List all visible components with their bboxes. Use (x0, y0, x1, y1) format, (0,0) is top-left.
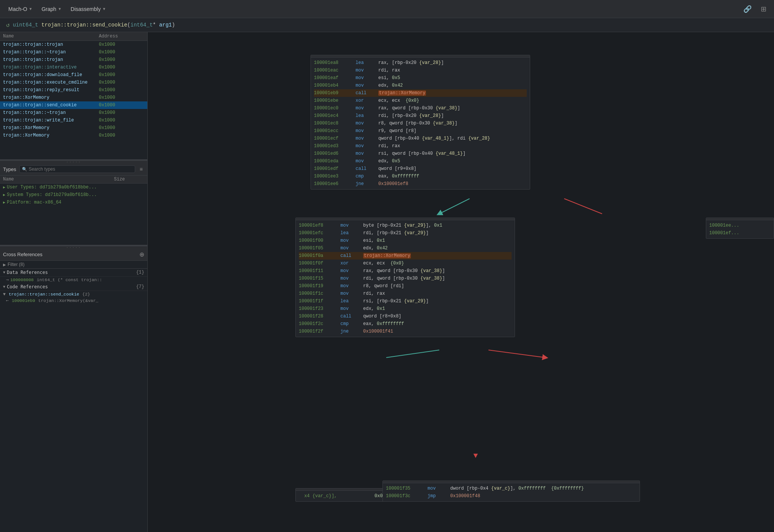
function-item-addr: 0x1000 (99, 87, 144, 93)
xref-code-context: trojan::XorMemory(&var_ (38, 298, 98, 303)
svg-line-3 (488, 350, 545, 358)
function-list-item[interactable]: trojan::trojan::download_file0x1000 (0, 71, 147, 79)
xref-content: ▼ Data References {1} → 100008008 int64_… (0, 269, 147, 532)
asm-addr: 100001ecf (314, 135, 356, 142)
asm-mnem: mov (356, 105, 378, 112)
asm-row: 100001eb4movedx, 0x42 (314, 82, 527, 89)
asm-row: 100001f15movrdi, qword [rbp-0x30 {var_38… (299, 275, 512, 282)
asm-row: 100001ef... (709, 229, 771, 237)
asm-row: 100001eccmovr9, qword [r8] (314, 127, 527, 135)
xref-pin-button[interactable]: ⊕ (139, 251, 144, 258)
asm-block-middle[interactable]: 100001ef8movbyte [rbp-0x21 {var_29}], 0x… (295, 218, 515, 337)
asm-row: 100001f11movrax, qword [rbp-0x30 {var_38… (299, 267, 512, 275)
function-list-item[interactable]: trojan::trojan::trojan0x1000 (0, 41, 147, 48)
asm-op: 0x100001ef8 (378, 180, 527, 187)
red-arrow-down-icon: ▼ (473, 451, 478, 460)
xref-code-refs-label: Code References (7, 284, 48, 289)
asm-mnem: call (356, 90, 378, 96)
function-list-item[interactable]: trojan::trojan::reply_result0x1000 (0, 86, 147, 94)
types-user-types-group[interactable]: ▶ User Types: dd71b279a0bf618bbe... (0, 184, 147, 191)
asm-block-far-right[interactable]: 100001ee... 100001ef... (706, 218, 774, 239)
asm-op: edx, 0x1 (363, 305, 512, 312)
disassembly-menu-button[interactable]: Disassembly ▼ (67, 5, 110, 14)
asm-block-bottom-right[interactable]: 100001f35movdword [rbp-0x4 {var_c}], 0xf… (382, 481, 640, 502)
function-list-item[interactable]: trojan::trojan::~trojan0x1000 (0, 48, 147, 56)
xref-header: Cross References ⊕ (0, 249, 147, 261)
types-platform-group[interactable]: ▶ Platform: mac-x86_64 (0, 199, 147, 206)
asm-addr: 100001f35 (386, 485, 428, 492)
function-list-item[interactable]: trojan::trojan::execute_cmdline0x1000 (0, 79, 147, 86)
types-size-header: Size (114, 177, 144, 182)
asm-op: edx, 0x5 (378, 158, 527, 165)
functions-list-header: Name Address (0, 32, 147, 41)
asm-row-highlighted-2: 100001f0acalltrojan::XorMemory (299, 252, 512, 260)
function-list-item[interactable]: trojan::trojan::send_cookie0x1000 (0, 101, 147, 109)
asm-mnem: mov (340, 290, 363, 297)
functions-list[interactable]: Name Address trojan::trojan::trojan0x100… (0, 32, 147, 161)
chevron-down-icon: ▶ (3, 263, 6, 267)
function-list-item[interactable]: trojan::trojan::write_file0x1000 (0, 117, 147, 124)
asm-op: byte [rbp-0x21 {var_29}], 0x1 (363, 222, 512, 229)
xref-code-item-1[interactable]: ▼ trojan::trojan::send_cookie {2} (0, 291, 147, 297)
xref-func-name: trojan::trojan::send_cookie (9, 292, 79, 297)
asm-block-bottom-left[interactable]: x4 {var_c}],0x0 (295, 488, 386, 502)
function-list-item[interactable]: trojan::XorMemory0x1000 (0, 94, 147, 101)
function-item-name: trojan::trojan::~trojan (3, 50, 99, 55)
xref-data-refs-header[interactable]: ▼ Data References {1} (0, 269, 147, 277)
xref-data-refs-label: Data References (7, 270, 48, 275)
graph-menu-button[interactable]: Graph ▼ (38, 5, 66, 14)
xref-data-item-1[interactable]: → 100008008 int64_t (* const trojan:: (0, 277, 147, 283)
asm-block-top[interactable]: 100001ea8learax, [rbp-0x20 {var_28}] 100… (311, 55, 530, 190)
main-layout: Name Address trojan::trojan::trojan0x100… (0, 32, 774, 532)
asm-addr: x4 {var_c}], (299, 493, 352, 499)
types-menu-button[interactable]: ≡ (138, 165, 144, 173)
asm-addr: 100001f0a (299, 252, 340, 259)
types-system-types-label: System Types: dd71b279a0bf618b... (7, 192, 97, 198)
function-item-addr: 0x1000 (99, 110, 144, 115)
macho-menu-button[interactable]: Mach-O ▼ (5, 5, 36, 14)
asm-block-inner-5: 100001ee... 100001ef... (706, 220, 774, 238)
graph-canvas[interactable]: 100001ea8learax, [rbp-0x20 {var_28}] 100… (148, 32, 774, 532)
asm-row: 100001ec0movrax, qword [rbp-0x30 {var_38… (314, 104, 527, 112)
function-list-item[interactable]: trojan::XorMemory0x1000 (0, 132, 147, 139)
asm-op: eax, 0xffffffff (378, 173, 527, 180)
xref-filter-label: Filter (8) (8, 262, 25, 267)
asm-op: rax, [rbp-0x20 {var_28}] (378, 59, 527, 66)
asm-row: 100001edamovedx, 0x5 (314, 157, 527, 165)
function-list-item[interactable]: trojan::trojan::trojan0x1000 (0, 56, 147, 64)
grid-icon-button[interactable]: ⊞ (758, 3, 769, 15)
asm-op: rax, qword [rbp-0x30 {var_38}] (378, 105, 527, 112)
asm-addr: 100001f1f (299, 298, 340, 305)
asm-op: 0x100001f41 (363, 328, 512, 335)
function-item-name: trojan::trojan::trojan (3, 57, 99, 62)
asm-addr: 100001ee6 (314, 180, 356, 187)
link-icon-button[interactable]: 🔗 (740, 3, 755, 15)
asm-mnem: call (340, 252, 363, 259)
types-system-types-group[interactable]: ▶ System Types: dd71b279a0bf618b... (0, 191, 147, 199)
disassembly-chevron-icon: ▼ (102, 7, 106, 11)
types-search-box[interactable]: 🔍 (19, 165, 135, 173)
graph-label: Graph (42, 6, 56, 12)
xref-code-item-2[interactable]: ← 100001eb9 trojan::XorMemory(&var_ (0, 297, 147, 304)
function-list-item[interactable]: trojan::trojan::interactive0x1000 (0, 64, 147, 71)
asm-op: ecx, ecx {0x0} (378, 97, 527, 104)
function-item-addr: 0x1000 (99, 80, 144, 85)
xref-data-addr: 100008008 (10, 277, 34, 282)
asm-block-inner-3: x4 {var_c}],0x0 (296, 491, 386, 501)
types-title: Types (3, 166, 16, 172)
asm-op: qword [r9+0x8] (378, 165, 527, 172)
asm-row: x4 {var_c}],0x0 (299, 492, 383, 500)
asm-row: 100001f1flearsi, [rbp-0x21 {var_29}] (299, 297, 512, 305)
xref-filter[interactable]: ▶ Filter (8) (0, 261, 147, 269)
chevron-right-icon: ▶ (3, 185, 5, 190)
function-list-item[interactable]: trojan::trojan::~trojan0x1000 (0, 109, 147, 117)
asm-mnem: mov (356, 158, 378, 165)
toolbar-right: 🔗 ⊞ (740, 3, 769, 15)
asm-row: 100001f00movesi, 0x1 (299, 237, 512, 244)
types-search-input[interactable] (29, 166, 133, 172)
xref-code-refs-header[interactable]: ▼ Code References {7} (0, 283, 147, 291)
function-list-item[interactable]: trojan::XorMemory0x1000 (0, 124, 147, 132)
asm-mnem: mov (356, 135, 378, 142)
xref-arrow-icon: → (6, 277, 9, 282)
asm-row: 100001ed3movrdi, rax (314, 142, 527, 150)
